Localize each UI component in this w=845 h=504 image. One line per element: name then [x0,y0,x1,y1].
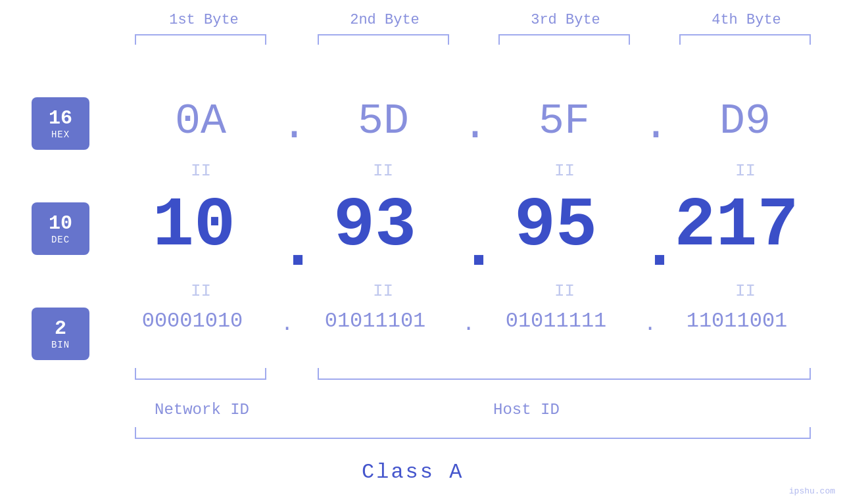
hex-badge-number: 16 [49,108,72,129]
top-bracket-3 [498,34,630,45]
bin-badge-label: BIN [51,340,70,350]
hex-value-1: 0A [135,97,266,146]
hex-dot-3: . [643,102,669,150]
equals-1-4: II [735,161,756,181]
byte2-label: 2nd Byte [316,12,454,28]
equals-1-2: II [373,161,393,181]
top-bracket-2 [318,34,449,45]
bin-badge-number: 2 [55,318,66,340]
class-label: Class A [362,460,464,484]
top-bracket-4 [679,34,811,45]
bin-value-1: 00001010 [109,309,276,333]
hex-badge-label: HEX [51,129,70,140]
byte3-label: 3rd Byte [496,12,635,28]
bin-badge: 2 BIN [32,308,89,360]
equals-2-2: II [373,281,393,301]
host-id-label: Host ID [493,401,560,419]
dec-value-1: 10 [102,187,286,265]
equals-1-1: II [191,161,211,181]
hex-badge: 16 HEX [32,97,89,150]
dec-badge-label: DEC [51,235,70,245]
equals-1-3: II [554,161,575,181]
bin-value-2: 01011101 [291,309,459,333]
equals-2-1: II [191,281,211,301]
top-bracket-1 [135,34,266,45]
bottom-bracket-host [318,368,811,380]
hex-dot-1: . [281,102,307,150]
bottom-bracket-network [135,368,266,380]
bin-value-3: 01011111 [472,309,640,333]
byte4-label: 4th Byte [677,12,815,28]
dec-value-2: 93 [283,187,467,265]
dec-badge: 10 DEC [32,202,89,255]
hex-value-3: 5F [498,97,630,146]
hex-value-2: 5D [318,97,449,146]
class-bracket [135,427,811,439]
dec-value-3: 95 [464,187,648,265]
equals-2-4: II [735,281,756,301]
dec-badge-number: 10 [49,213,72,235]
hex-value-4: D9 [679,97,811,146]
hex-dot-2: . [462,102,488,150]
bin-value-4: 11011001 [653,309,821,333]
watermark: ipshu.com [789,486,835,496]
dec-value-4: 217 [644,187,829,265]
equals-2-3: II [554,281,575,301]
network-id-label: Network ID [155,401,249,419]
byte1-label: 1st Byte [135,12,273,28]
